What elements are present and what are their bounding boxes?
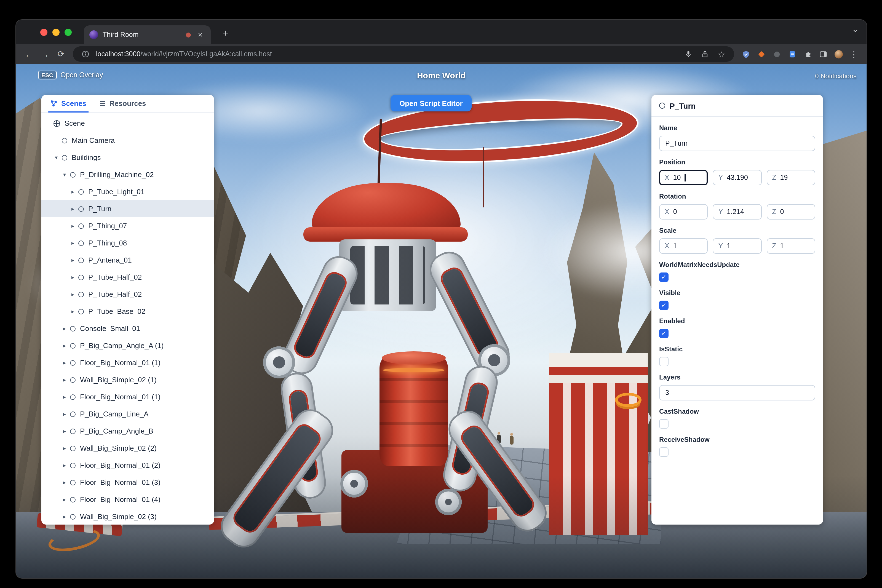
position-y-input[interactable]: Y43.190 [713,170,762,185]
bookmark-star-icon[interactable]: ☆ [716,48,728,60]
position-x-input[interactable]: X10 [659,170,708,185]
caret-icon[interactable]: ▾ [54,154,59,160]
scale-x-input[interactable]: X1 [659,238,708,254]
tab-scenes[interactable]: Scenes [44,95,93,112]
position-z-input[interactable]: Z19 [766,170,815,185]
rotation-z-input[interactable]: Z0 [766,204,815,219]
caret-icon[interactable]: ▸ [62,479,67,485]
circle-node-icon [70,326,76,331]
tree-row[interactable]: ▸ P_Tube_Light_01 [41,183,214,200]
tree-row[interactable]: ▸ P_Big_Camp_Line_A [41,405,214,423]
open-script-editor-button[interactable]: Open Script Editor [390,95,472,111]
scale-label: Scale [659,227,815,234]
browser-menu-kebab-icon[interactable]: ⋮ [847,47,861,61]
caret-icon[interactable]: ▸ [62,377,67,383]
scale-z-input[interactable]: Z1 [766,238,815,254]
tree-row[interactable]: ▸ P_Tube_Base_02 [41,303,214,320]
minimize-window-button[interactable] [52,28,60,36]
tree-row[interactable]: ▸ Floor_Big_Normal_01 (2) [41,457,214,474]
name-input[interactable]: P_Turn [659,136,815,151]
caret-icon[interactable]: ▸ [70,223,76,229]
tree-row[interactable]: ▸ P_Big_Camp_Angle_A (1) [41,337,214,354]
tree-row[interactable]: ▸ Console_Small_01 [41,320,214,337]
tree-row[interactable]: ▾ Buildings [41,149,214,166]
tree-row[interactable]: ▸ Wall_Big_Simple_02 (1) [41,371,214,388]
tree-row[interactable]: ▸ P_Big_Camp_Angle_B [41,423,214,440]
caret-icon[interactable]: ▸ [62,411,67,417]
tab-resources[interactable]: ☰ Resources [93,95,153,112]
back-button[interactable]: ← [21,46,36,62]
tree-row[interactable]: ▸ P_Antena_01 [41,252,214,268]
caret-icon[interactable]: ▸ [70,274,76,280]
extension-shield-icon[interactable] [739,47,753,61]
caret-icon[interactable]: ▸ [62,496,67,502]
tree-row[interactable]: ▸ Floor_Big_Normal_01 (4) [41,491,214,508]
browser-tab[interactable]: Third Room ✕ [84,26,211,44]
tree-row-label: P_Tube_Half_02 [88,273,142,281]
caret-icon[interactable]: ▸ [70,240,76,246]
tree-row[interactable]: ▸ Floor_Big_Normal_01 (1) [41,354,214,371]
tree-row[interactable]: ▾ P_Drilling_Machine_02 [41,166,214,183]
tree-row[interactable]: ▸ Floor_Big_Normal_01 (1) [41,388,214,405]
scale-y-input[interactable]: Y1 [713,238,762,254]
rotation-y-input[interactable]: Y1.214 [713,204,762,219]
checkbox[interactable] [659,357,669,366]
checkbox[interactable]: ✓ [659,273,669,282]
rotation-x-input[interactable]: X0 [659,204,708,219]
caret-icon[interactable]: ▸ [70,257,76,263]
forward-button[interactable]: → [38,46,52,62]
extension-document-icon[interactable] [785,47,799,61]
flag-field: IsStatic [659,345,815,366]
caret-icon[interactable]: ▸ [70,308,76,314]
caret-icon[interactable]: ▸ [62,513,67,520]
tree-row[interactable]: ▸ P_Thing_07 [41,218,214,234]
position-label: Position [659,158,815,166]
side-panel-icon[interactable] [816,47,830,61]
tree-row[interactable]: ▸ Floor_Big_Normal_01 (3) [41,474,214,491]
caret-icon[interactable]: ▸ [70,206,76,212]
new-tab-button[interactable]: ＋ [218,25,233,40]
platform-right [549,353,648,535]
extensions-puzzle-icon[interactable] [800,47,815,61]
caret-icon[interactable]: ▾ [62,171,67,178]
address-bar[interactable]: localhost:3000/world/!vjrzmTVOcyIsLgaAkA… [73,46,734,62]
caret-icon[interactable]: ▸ [70,189,76,195]
notifications-status[interactable]: 0 Notifications [815,72,856,80]
microphone-icon[interactable] [682,48,694,60]
share-icon[interactable] [699,48,711,60]
profile-avatar[interactable] [831,47,846,61]
circle-node-icon [70,360,76,365]
extension-diamond-icon[interactable] [754,47,768,61]
tree-row[interactable]: ▸ Wall_Big_Simple_02 (2) [41,440,214,457]
fullscreen-window-button[interactable] [64,28,72,36]
caret-icon[interactable]: ▸ [62,445,67,451]
checkbox[interactable]: ✓ [659,329,669,338]
caret-icon[interactable]: ▸ [70,291,76,297]
tab-close-icon[interactable]: ✕ [195,30,205,40]
layers-input[interactable]: 3 [659,385,815,400]
checkbox[interactable] [659,419,669,429]
tree-row[interactable]: Scene [41,115,214,132]
tree-row[interactable]: ▸ P_Tube_Half_02 [41,286,214,303]
checkbox[interactable] [659,447,669,457]
tree-row[interactable]: Main Camera [41,132,214,149]
circle-node-icon [78,189,84,194]
tree-row[interactable]: ▸ Wall_Big_Simple_02 (3) [41,508,214,525]
close-window-button[interactable] [40,28,47,36]
tab-search-chevron-icon[interactable]: ⌄ [852,24,859,34]
caret-icon[interactable]: ▸ [62,342,67,349]
tree-row[interactable]: ▸ P_Turn [41,200,214,218]
check-icon: ✓ [662,330,666,336]
caret-icon[interactable]: ▸ [62,394,67,400]
extension-generic-icon[interactable] [770,47,784,61]
caret-icon[interactable]: ▸ [62,360,67,366]
tree-row[interactable]: ▸ P_Thing_08 [41,234,214,252]
circle-node-icon [78,309,84,314]
caret-icon[interactable]: ▸ [62,326,67,332]
caret-icon[interactable]: ▸ [62,428,67,434]
reload-button[interactable]: ⟳ [54,46,68,62]
site-info-icon[interactable] [80,48,92,60]
tree-row[interactable]: ▸ P_Tube_Half_02 [41,268,214,286]
checkbox[interactable]: ✓ [659,301,669,310]
caret-icon[interactable]: ▸ [62,462,67,468]
